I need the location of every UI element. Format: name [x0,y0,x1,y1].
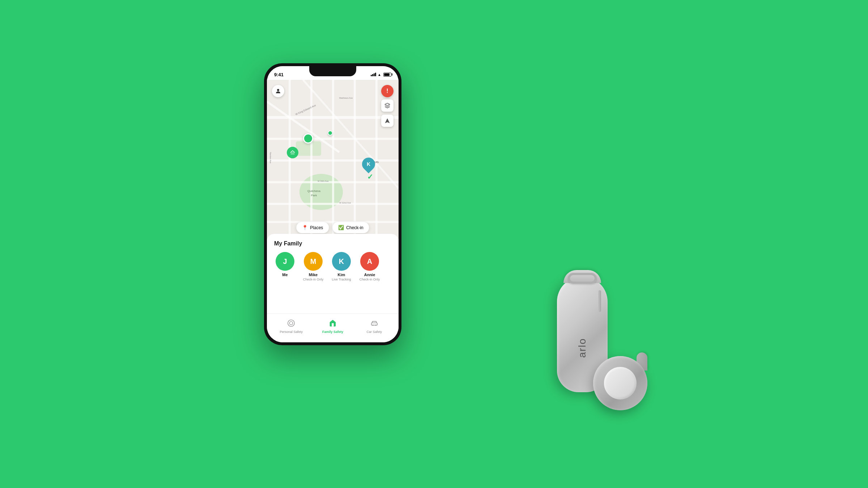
nav-car-safety[interactable]: Car Safety [353,319,395,334]
places-button[interactable]: 📍 Places [296,222,329,233]
name-mike: Mike [309,273,318,277]
svg-text:W 30th Ave: W 30th Ave [318,180,329,182]
battery-icon [383,73,391,77]
navigation-icon [384,118,390,124]
map-area[interactable]: W King Edward Ave Matthews Ave W 30th Av… [267,80,399,239]
person-icon [275,88,281,94]
svg-text:Matthews Ave: Matthews Ave [339,97,353,99]
family-title: My Family [267,234,399,252]
family-members: J Me M Mike Check-in Only K Kim Live [267,252,399,282]
home-icon [290,150,295,155]
notch [309,66,356,76]
car-safety-icon [370,319,378,329]
svg-text:W 32nd Ave: W 32nd Ave [339,202,351,204]
svg-rect-27 [371,323,377,325]
location-dot-small [328,130,333,136]
name-me: Me [282,273,288,277]
svg-point-29 [375,325,376,326]
name-annie: Annie [364,273,375,277]
family-safety-icon [329,319,337,329]
svg-point-28 [372,325,373,326]
bottom-nav: Personal Safety Family Safety [267,313,399,342]
round-button [604,367,637,399]
scene: 9:41 ▲ [235,45,633,443]
member-kim[interactable]: K Kim Live Tracking [328,252,354,282]
personal-safety-icon [287,319,295,329]
places-icon: 📍 [302,225,308,230]
phone-screen: 9:41 ▲ [267,66,399,342]
avatar-mike: M [304,252,323,271]
phone: 9:41 ▲ [264,63,401,345]
avatar-me: J [276,252,294,271]
personal-safety-label: Personal Safety [280,330,303,334]
wifi-icon: ▲ [378,73,381,77]
home-pin[interactable] [287,147,298,158]
cylinder-handle [568,273,597,284]
arlo-device: arlo [542,277,651,414]
layers-icon [384,103,390,108]
alert-icon: ! [386,88,388,94]
layers-button[interactable] [381,99,393,112]
svg-text:Park: Park [311,194,317,197]
status-kim: Live Tracking [332,278,351,282]
checkin-pin: ✓ [367,172,373,181]
arlo-brand: arlo [576,338,588,358]
svg-text:Quilchena: Quilchena [307,189,321,193]
svg-text:Nanton Ave: Nanton Ave [269,152,272,164]
svg-point-25 [288,320,294,326]
svg-rect-2 [296,141,321,156]
member-annie[interactable]: A Annie Check-in Only [357,252,383,282]
name-kim: Kim [338,273,345,277]
svg-rect-10 [310,80,312,239]
nav-family-safety[interactable]: Family Safety [312,319,354,334]
svg-point-26 [290,321,293,325]
checkin-button[interactable]: ✅ Check-in [332,222,369,233]
location-button[interactable] [381,115,393,127]
user-profile-button[interactable] [272,85,284,97]
svg-rect-12 [354,80,356,239]
status-time: 9:41 [274,72,284,77]
round-tracker [593,356,651,414]
status-annie: Check-in Only [359,278,380,282]
round-body [593,356,647,410]
svg-rect-13 [375,80,378,239]
avatar-annie: A [360,252,379,271]
member-me[interactable]: J Me [272,252,298,282]
status-icons: ▲ [371,73,391,77]
checkin-icon: ✅ [338,225,344,230]
svg-point-24 [277,89,279,91]
alert-button[interactable]: ! [381,85,393,97]
member-mike[interactable]: M Mike Check-in Only [300,252,326,282]
places-label: Places [310,225,323,230]
svg-rect-11 [332,80,334,239]
avatar-kim: K [332,252,351,271]
nav-personal-safety[interactable]: Personal Safety [271,319,312,334]
svg-rect-9 [289,80,291,239]
family-safety-label: Family Safety [322,330,343,334]
checkin-label: Check-in [346,225,363,230]
cylinder-strap [598,290,601,312]
signal-icon [371,73,376,76]
map-svg: W King Edward Ave Matthews Ave W 30th Av… [267,80,399,239]
location-dot [303,133,313,144]
map-actions: 📍 Places ✅ Check-in [296,222,369,233]
car-safety-label: Car Safety [366,330,382,334]
bottom-panel: My Family J Me M Mike Check-in Only [267,234,399,342]
status-mike: Check-in Only [303,278,324,282]
